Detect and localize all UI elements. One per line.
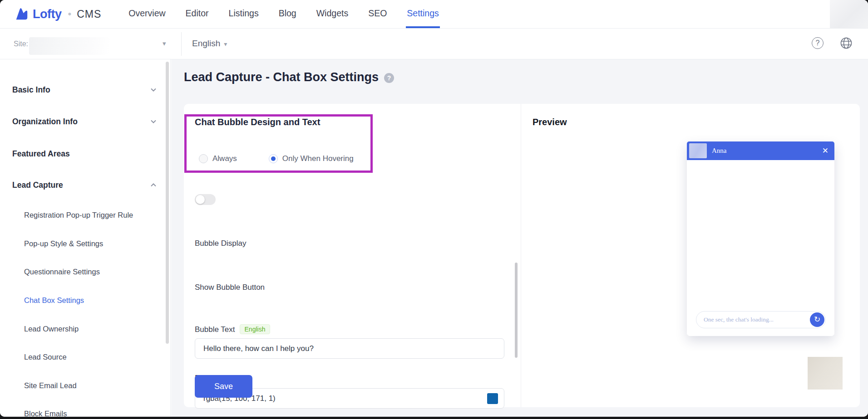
globe-icon[interactable] xyxy=(840,37,853,49)
chat-input-placeholder: One sec, the chat's loading... xyxy=(704,316,810,323)
screenshot-stage: Lofty • CMS Overview Editor Listings Blo… xyxy=(0,0,868,419)
bubble-text-label-text: Bubble Text xyxy=(195,325,235,334)
language-caret-icon: ▾ xyxy=(224,40,227,48)
sitebar-divider xyxy=(181,32,182,56)
user-avatar-blurred[interactable] xyxy=(830,0,868,28)
radio-always-label[interactable]: Always xyxy=(212,154,237,163)
sidebar-item-chat-box-settings[interactable]: Chat Box Settings xyxy=(24,294,84,307)
app-window: Lofty • CMS Overview Editor Listings Blo… xyxy=(0,0,868,417)
sidebar-item-organization-info[interactable]: Organization Info xyxy=(12,115,78,128)
nav-items: Overview Editor Listings Blog Widgets SE… xyxy=(128,0,458,28)
chat-agent-name: Anna xyxy=(712,147,822,155)
help-icon[interactable]: ? xyxy=(812,37,824,49)
site-caret-icon[interactable]: ▾ xyxy=(163,39,166,48)
sidebar-item-block-emails[interactable]: Block Emails xyxy=(24,407,67,417)
save-button[interactable]: Save xyxy=(195,375,252,398)
chat-close-icon[interactable]: ✕ xyxy=(822,147,829,155)
chevron-up-icon[interactable] xyxy=(150,181,157,189)
sidebar-item-lead-capture[interactable]: Lead Capture xyxy=(12,179,63,191)
settings-sidebar: Basic Info Organization Info Featured Ar… xyxy=(0,59,171,417)
brand-logo-text: Lofty xyxy=(33,7,61,21)
nav-tab-widgets[interactable]: Widgets xyxy=(316,0,349,28)
sidebar-item-basic-info[interactable]: Basic Info xyxy=(12,83,50,96)
page-title-text: Lead Capture - Chat Box Settings xyxy=(184,70,379,84)
chat-header: Anna ✕ xyxy=(687,141,834,160)
language-label: English xyxy=(192,39,220,48)
toggle-knob xyxy=(196,195,205,204)
top-nav: Lofty • CMS Overview Editor Listings Blo… xyxy=(0,0,868,29)
radio-only-when-hovering-label[interactable]: Only When Hovering xyxy=(282,154,354,163)
sidebar-item-questionnaire-settings[interactable]: Questionnaire Settings xyxy=(24,265,100,278)
chat-avatar-blurred xyxy=(689,143,707,158)
show-bubble-button-toggle[interactable] xyxy=(195,194,216,205)
brand-separator: • xyxy=(68,8,71,20)
nav-tab-settings[interactable]: Settings xyxy=(406,0,439,28)
chevron-down-icon[interactable] xyxy=(150,118,157,125)
language-dropdown[interactable]: English▾ xyxy=(192,39,227,49)
chevron-down-icon[interactable] xyxy=(150,86,157,93)
bubble-color-swatch[interactable] xyxy=(487,393,498,404)
chat-body: One sec, the chat's loading... ↻ xyxy=(687,160,834,336)
preview-title: Preview xyxy=(533,117,567,127)
sidebar-item-lead-source[interactable]: Lead Source xyxy=(24,351,67,363)
lofty-logo-icon xyxy=(14,6,29,22)
bubble-display-label: Bubble Display xyxy=(195,239,246,248)
title-help-icon[interactable]: ? xyxy=(384,73,394,83)
sidebar-item-popup-style-settings[interactable]: Pop-up Style & Settings xyxy=(24,237,103,250)
site-label: Site: xyxy=(14,40,28,48)
brand-product-label: CMS xyxy=(77,8,101,20)
radio-only-when-hovering[interactable] xyxy=(269,154,278,163)
nav-tab-overview[interactable]: Overview xyxy=(128,0,166,28)
nav-tab-blog[interactable]: Blog xyxy=(278,0,297,28)
site-selector-blurred[interactable] xyxy=(29,37,110,55)
preview-logo-blurred xyxy=(808,357,843,390)
sidebar-item-site-email-lead[interactable]: Site Email Lead xyxy=(24,379,77,392)
nav-tab-seo[interactable]: SEO xyxy=(367,0,388,28)
language-badge: English xyxy=(240,324,271,334)
nav-tab-editor[interactable]: Editor xyxy=(185,0,210,28)
settings-card: Chat Bubble Design and Text Bubble Displ… xyxy=(184,104,860,407)
show-bubble-button-label: Show Bubble Button xyxy=(195,283,265,292)
column-divider xyxy=(521,104,521,407)
bubble-text-label: Bubble TextEnglish xyxy=(195,324,270,334)
sidebar-scrollbar[interactable] xyxy=(166,62,169,344)
nav-tab-listings[interactable]: Listings xyxy=(228,0,260,28)
sidebar-item-registration-popup-trigger-rule[interactable]: Registration Pop-up Trigger Rule xyxy=(24,209,133,221)
main-content: Lead Capture - Chat Box Settings? Chat B… xyxy=(171,59,868,417)
sidebar-item-featured-areas[interactable]: Featured Areas xyxy=(12,147,70,160)
form-scrollbar[interactable] xyxy=(515,263,518,358)
sidebar-item-lead-ownership[interactable]: Lead Ownership xyxy=(24,322,79,335)
chat-widget-preview: Anna ✕ One sec, the chat's loading... ↻ xyxy=(687,141,834,336)
chat-message-input[interactable]: One sec, the chat's loading... ↻ xyxy=(696,311,826,328)
page-title: Lead Capture - Chat Box Settings? xyxy=(184,70,394,84)
radio-always[interactable] xyxy=(199,154,208,163)
chat-refresh-icon[interactable]: ↻ xyxy=(810,312,824,327)
section-title: Chat Bubble Design and Text xyxy=(195,117,320,127)
bubble-display-radio-group: Always Only When Hovering xyxy=(199,154,354,164)
brand[interactable]: Lofty • CMS xyxy=(14,6,101,22)
site-bar: Site: ▾ English▾ ? xyxy=(0,29,868,59)
bubble-text-input[interactable]: Hello there, how can I help you? xyxy=(195,338,504,359)
